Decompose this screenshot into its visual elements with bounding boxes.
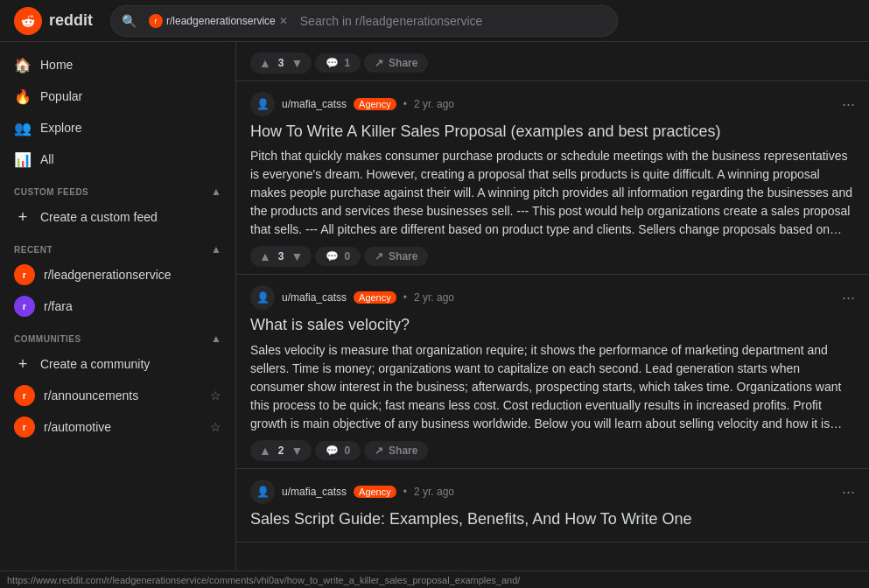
post-body: Pitch that quickly makes consumer purcha…: [250, 147, 855, 239]
upvote-button[interactable]: ▲: [259, 444, 271, 458]
explore-icon: 👥: [14, 119, 32, 136]
sidebar-item-explore[interactable]: 👥 Explore: [0, 112, 235, 144]
post-flair: Agency: [354, 486, 396, 498]
search-subreddit-pill[interactable]: r r/leadgenerationservice ✕: [144, 12, 293, 30]
subreddit-pill-label: r/leadgenerationservice: [166, 15, 276, 27]
subreddit-pill-icon: r: [149, 14, 163, 28]
sidebar-item-automotive[interactable]: r r/automotive ☆: [0, 411, 235, 443]
comment-count: 1: [344, 57, 350, 69]
post-more-button[interactable]: ···: [842, 484, 855, 500]
create-community-button[interactable]: + Create a community: [0, 348, 235, 380]
sidebar-item-label: Popular: [40, 89, 82, 103]
post-timestamp: 2 yr. ago: [414, 486, 454, 498]
sidebar-item-all[interactable]: 📊 All: [0, 144, 235, 175]
sidebar-item-popular[interactable]: 🔥 Popular: [0, 80, 235, 112]
recent-title: RECENT: [14, 245, 53, 255]
comment-button[interactable]: 💬 0: [315, 441, 361, 460]
recent-section-header[interactable]: RECENT ▲: [0, 233, 235, 259]
star-icon[interactable]: ☆: [210, 420, 221, 434]
post-flair: Agency: [354, 98, 396, 110]
star-icon[interactable]: ☆: [210, 388, 221, 402]
subreddit-name: r/announcements: [44, 388, 138, 402]
post-timestamp: 2 yr. ago: [414, 291, 454, 304]
create-community-label: Create a community: [40, 357, 150, 371]
status-url: https://www.reddit.com/r/leadgenerations…: [7, 575, 520, 585]
upvote-button[interactable]: ▲: [259, 249, 271, 263]
communities-chevron-icon: ▲: [211, 332, 221, 345]
plus-icon: +: [14, 208, 32, 226]
post-title[interactable]: What is sales velocity?: [250, 315, 855, 335]
sidebar-item-label: Explore: [40, 121, 81, 135]
search-bar[interactable]: 🔍 r r/leadgenerationservice ✕: [110, 5, 618, 37]
vote-group: ▲ 3 ▼: [250, 246, 312, 267]
subreddit-avatar: r: [14, 296, 35, 317]
sidebar-item-fara[interactable]: r r/fara: [0, 290, 235, 322]
subreddit-name: r/automotive: [44, 420, 111, 434]
subreddit-name: r/leadgenerationservice: [44, 268, 172, 282]
communities-section-header[interactable]: COMMUNITIES ▲: [0, 322, 235, 348]
vote-group: ▲ 2 ▼: [250, 440, 312, 461]
comment-button[interactable]: 💬 0: [315, 247, 361, 266]
post-more-button[interactable]: ···: [842, 290, 855, 305]
subreddit-left: r r/announcements: [14, 385, 138, 406]
topnav: reddit 🔍 r r/leadgenerationservice ✕: [0, 0, 869, 42]
post-meta: 👤 u/mafia_catss Agency • 2 yr. ago ···: [250, 92, 855, 116]
custom-feeds-title: CUSTOM FEEDS: [14, 187, 88, 197]
share-button[interactable]: ↗ Share: [364, 247, 428, 266]
post-time: •: [403, 98, 407, 110]
post-more-button[interactable]: ···: [842, 96, 855, 112]
custom-feeds-chevron-icon: ▲: [211, 186, 221, 198]
post-title[interactable]: Sales Script Guide: Examples, Benefits, …: [250, 509, 855, 529]
table-row: 👤 u/mafia_catss Agency • 2 yr. ago ··· W…: [236, 275, 869, 468]
communities-title: COMMUNITIES: [14, 334, 81, 344]
table-row: ▲ 3 ▼ 💬 1 ↗ Share: [236, 42, 869, 81]
upvote-button[interactable]: ▲: [259, 56, 271, 70]
subreddit-left: r r/leadgenerationservice: [14, 264, 172, 285]
sidebar: 🏠 Home 🔥 Popular 👥 Explore 📊 All CUSTOM …: [0, 42, 236, 588]
post-username[interactable]: u/mafia_catss: [282, 291, 347, 304]
share-button[interactable]: ↗ Share: [364, 441, 428, 460]
create-custom-feed-button[interactable]: + Create a custom feed: [0, 201, 235, 233]
search-input[interactable]: [300, 14, 606, 28]
sidebar-item-leadgenerationservice[interactable]: r r/leadgenerationservice: [0, 259, 235, 290]
post-flair: Agency: [354, 291, 396, 304]
downvote-button[interactable]: ▼: [291, 249, 304, 263]
avatar: 👤: [250, 285, 275, 310]
vote-count: 3: [275, 57, 288, 69]
status-bar: https://www.reddit.com/r/leadgenerations…: [0, 570, 869, 588]
subreddit-avatar: r: [14, 385, 35, 406]
share-icon: ↗: [375, 57, 383, 69]
sidebar-item-home[interactable]: 🏠 Home: [0, 49, 235, 80]
post-username[interactable]: u/mafia_catss: [282, 486, 347, 498]
post-meta: 👤 u/mafia_catss Agency • 2 yr. ago ···: [250, 285, 855, 310]
sidebar-item-label: Home: [40, 58, 73, 72]
avatar: 👤: [250, 92, 275, 116]
share-icon: ↗: [375, 444, 383, 457]
custom-feeds-section-header[interactable]: CUSTOM FEEDS ▲: [0, 175, 235, 201]
post-title[interactable]: How To Write A Killer Sales Proposal (ex…: [250, 122, 855, 142]
share-button[interactable]: ↗ Share: [364, 53, 428, 73]
share-label: Share: [389, 57, 417, 69]
sidebar-item-announcements[interactable]: r r/announcements ☆: [0, 380, 235, 411]
post-body: Sales velocity is measure that organizat…: [250, 341, 855, 433]
post-username[interactable]: u/mafia_catss: [282, 98, 347, 110]
plus-icon: +: [14, 355, 32, 373]
subreddit-pill-close[interactable]: ✕: [279, 15, 288, 27]
share-label: Share: [389, 444, 417, 457]
logo[interactable]: reddit: [14, 7, 93, 35]
downvote-button[interactable]: ▼: [291, 444, 304, 458]
comment-icon: 💬: [326, 250, 339, 262]
downvote-button[interactable]: ▼: [291, 56, 304, 70]
popular-icon: 🔥: [14, 88, 32, 105]
post-meta: 👤 u/mafia_catss Agency • 2 yr. ago ···: [250, 480, 855, 504]
all-icon: 📊: [14, 150, 32, 168]
comment-button[interactable]: 💬 1: [315, 53, 361, 73]
post-actions: ▲ 3 ▼ 💬 1 ↗ Share: [250, 52, 855, 74]
avatar: 👤: [250, 480, 275, 504]
vote-count: 2: [275, 444, 288, 457]
post-actions: ▲ 2 ▼ 💬 0 ↗ Share: [250, 440, 855, 461]
subreddit-avatar: r: [14, 416, 35, 438]
reddit-logo-icon: [14, 7, 42, 35]
post-actions: ▲ 3 ▼ 💬 0 ↗ Share: [250, 246, 855, 267]
subreddit-left: r r/fara: [14, 296, 73, 317]
